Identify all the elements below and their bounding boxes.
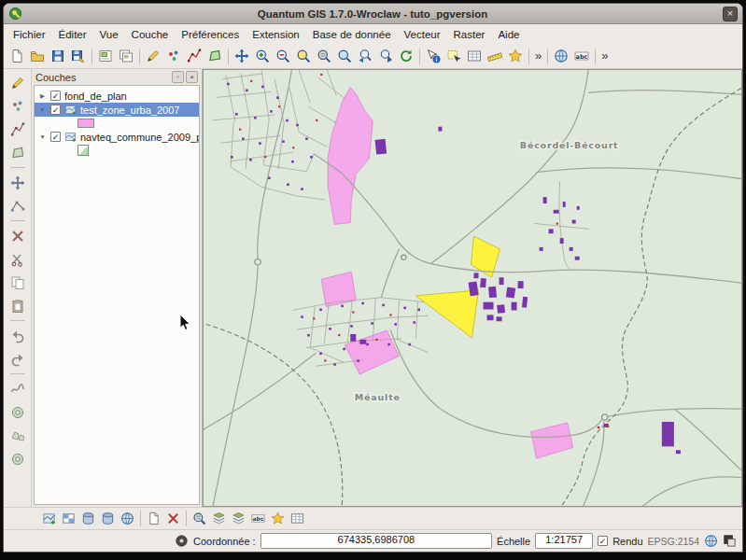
move-feature-button[interactable]: [7, 172, 29, 193]
layer-label[interactable]: navteq_commune_2009_pic: [80, 132, 199, 143]
layer-label[interactable]: fond_de_plan: [64, 91, 127, 102]
capture-polygon-side-button[interactable]: [7, 142, 29, 163]
open-project-button[interactable]: [27, 46, 48, 66]
redo-button[interactable]: [7, 348, 29, 370]
text-annotation-button[interactable]: [248, 509, 268, 528]
zoom-in-button[interactable]: [252, 46, 273, 66]
select-features-button[interactable]: [443, 46, 464, 66]
add-ring-button[interactable]: [7, 401, 29, 423]
status-bar: Coordonnée : 674335,6986708 Échelle 1:21…: [4, 529, 742, 552]
map-canvas[interactable]: Bécordel-Bécourt Méaulte: [203, 69, 742, 507]
toggle-editing-side-button[interactable]: [7, 72, 29, 93]
menu-editer[interactable]: Éditer: [52, 26, 93, 43]
remove-layer-button[interactable]: [163, 509, 183, 528]
toolbar-overflow-2-icon[interactable]: »: [598, 47, 611, 65]
menu-extension[interactable]: Extension: [246, 26, 306, 43]
coordinate-label: Coordonnée :: [193, 536, 256, 547]
composer-manager-button[interactable]: [116, 46, 136, 66]
menu-fichier[interactable]: Fichier: [7, 26, 52, 43]
copy-features-button[interactable]: [7, 272, 29, 293]
layer-checkbox[interactable]: ✓: [50, 91, 61, 101]
save-project-as-button[interactable]: [68, 46, 89, 66]
layer-row-navteq-commune-2009-pic[interactable]: ▼ ✓ navteq_commune_2009_pic: [35, 130, 199, 144]
map-label-meaulte: Méaulte: [355, 393, 401, 403]
hide-all-layers-button[interactable]: [229, 509, 248, 528]
capture-line-side-button[interactable]: [7, 119, 29, 140]
show-all-layers-button[interactable]: [209, 509, 229, 528]
projection-toggle-icon[interactable]: [723, 534, 737, 548]
add-part-button[interactable]: [7, 425, 29, 446]
delete-ring-button[interactable]: [7, 448, 29, 469]
coordinate-display[interactable]: 674335,6986708: [260, 533, 492, 549]
globe-icon: [554, 49, 569, 63]
render-checkbox[interactable]: ✓: [598, 536, 608, 546]
layer-row-test-zone-urba-2007[interactable]: ▼ ✓ test_zone_urba_2007: [35, 103, 199, 117]
panel-float-button[interactable]: ▫: [172, 71, 184, 83]
add-postgis-layer-button[interactable]: [78, 509, 98, 528]
labeling-button[interactable]: [571, 46, 592, 66]
pan-map-button[interactable]: [232, 46, 252, 66]
refresh-map-button[interactable]: [396, 46, 416, 66]
refresh-icon: [399, 49, 414, 63]
delete-selected-button[interactable]: [7, 225, 29, 246]
cut-features-button[interactable]: [7, 248, 29, 270]
show-bookmarks-button[interactable]: [268, 509, 288, 528]
add-wms-layer-button[interactable]: [118, 509, 137, 528]
capture-polygon-button[interactable]: [204, 46, 225, 66]
title-bar[interactable]: Quantum GIS 1.7.0-Wroclaw - tuto_pgversi…: [4, 4, 742, 24]
menu-vecteur[interactable]: Vecteur: [398, 26, 447, 43]
layer-label[interactable]: test_zone_urba_2007: [80, 105, 179, 116]
add-to-overview-button[interactable]: [190, 509, 209, 528]
menu-base-de-donnee[interactable]: Base de donnée: [306, 26, 398, 43]
expander-icon[interactable]: ▶: [38, 92, 47, 100]
close-button[interactable]: ×: [723, 7, 738, 21]
measure-line-button[interactable]: [485, 46, 505, 66]
menu-vue[interactable]: Vue: [93, 26, 125, 43]
toolbar-separator: [10, 220, 25, 221]
open-attribute-table-button[interactable]: [464, 46, 485, 66]
add-raster-layer-button[interactable]: [59, 509, 78, 528]
zoom-to-selection-button[interactable]: [334, 46, 355, 66]
capture-line-button[interactable]: [184, 46, 204, 66]
capture-point-side-button[interactable]: [7, 95, 29, 117]
mouse-position-icon[interactable]: [175, 534, 189, 548]
capture-point-button[interactable]: [163, 46, 184, 66]
zoom-full-extent-button[interactable]: [293, 46, 314, 66]
menu-raster[interactable]: Raster: [447, 26, 492, 43]
node-tool-button[interactable]: [7, 195, 29, 217]
zoom-next-button[interactable]: [375, 46, 396, 66]
layers-panel: Couches ▫ × ▶ ✓ fond_de_plan ▼ ✓ test_zo…: [32, 69, 203, 507]
layer-row-fond-de-plan[interactable]: ▶ ✓ fond_de_plan: [35, 89, 199, 103]
new-print-composer-button[interactable]: [95, 46, 116, 66]
toolbar-overflow-1-icon[interactable]: »: [532, 47, 544, 65]
simplify-feature-button[interactable]: [7, 378, 29, 399]
new-project-button[interactable]: [7, 46, 27, 66]
menu-aide[interactable]: Aide: [491, 26, 526, 43]
new-shapefile-layer-button[interactable]: [144, 509, 163, 528]
toggle-editing-button[interactable]: [143, 46, 163, 66]
epsg-status[interactable]: EPSG:2154: [648, 536, 699, 547]
add-vector-layer-button[interactable]: [39, 509, 59, 528]
zoom-to-layer-button[interactable]: [314, 46, 334, 66]
expander-icon[interactable]: ▼: [38, 133, 47, 140]
table-icon: [467, 49, 482, 63]
zoom-last-button[interactable]: [355, 46, 375, 66]
zoom-out-button[interactable]: [273, 46, 293, 66]
paste-features-button[interactable]: [7, 295, 29, 316]
toolbar-separator: [528, 49, 529, 64]
expander-icon[interactable]: ▼: [38, 106, 47, 113]
attribute-table-bottom-button[interactable]: [288, 509, 307, 528]
panel-close-button[interactable]: ×: [186, 71, 198, 83]
menu-preferences[interactable]: Préférences: [175, 26, 246, 43]
scale-input[interactable]: 1:21757: [535, 533, 593, 549]
crs-status-icon[interactable]: [704, 534, 718, 548]
undo-button[interactable]: [7, 325, 29, 346]
new-bookmark-button[interactable]: [505, 46, 526, 66]
add-spatialite-layer-button[interactable]: [98, 509, 118, 528]
save-project-button[interactable]: [48, 46, 68, 66]
map-tips-button[interactable]: [551, 46, 571, 66]
identify-features-button[interactable]: [423, 46, 443, 66]
layer-checkbox[interactable]: ✓: [50, 132, 61, 142]
layer-checkbox[interactable]: ✓: [50, 105, 61, 115]
menu-couche[interactable]: Couche: [125, 26, 176, 43]
